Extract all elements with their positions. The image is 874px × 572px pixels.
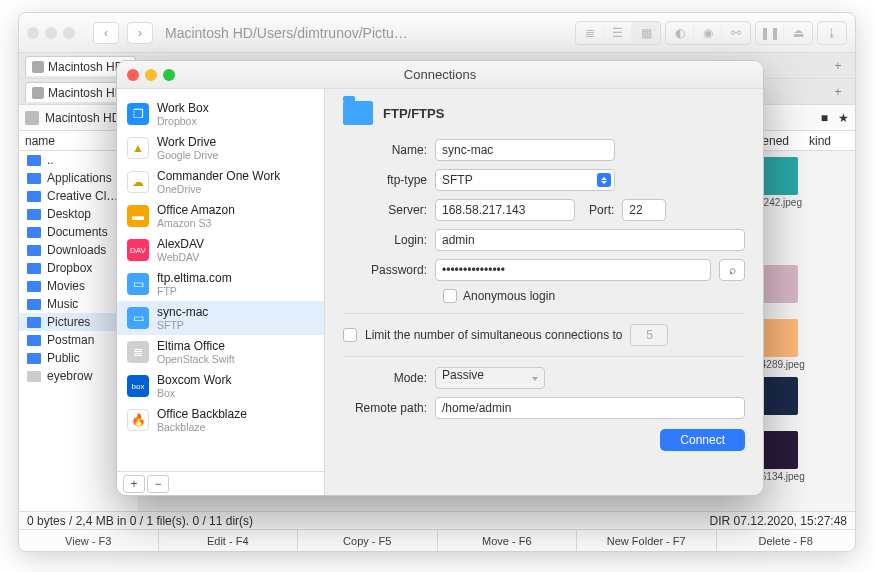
remote-path-input[interactable] xyxy=(435,397,745,419)
key-button[interactable]: ⌕ xyxy=(719,259,745,281)
connection-item[interactable]: ▭ftp.eltima.comFTP xyxy=(117,267,324,301)
disk-icon xyxy=(25,111,39,125)
view-grid-icon[interactable]: ▦ xyxy=(632,22,660,44)
connection-item[interactable]: ≣Eltima OfficeOpenStack Swift xyxy=(117,335,324,369)
folder-label: Desktop xyxy=(47,207,91,221)
folder-icon xyxy=(27,299,41,310)
connection-item[interactable]: ☁Commander One WorkOneDrive xyxy=(117,165,324,199)
folder-label: Movies xyxy=(47,279,85,293)
connection-icon: ▭ xyxy=(127,307,149,329)
connection-subtitle: WebDAV xyxy=(157,251,204,263)
port-input[interactable] xyxy=(622,199,666,221)
pause-icon[interactable]: ❚❚ xyxy=(756,22,784,44)
ftp-folder-icon xyxy=(343,101,373,125)
folder-icon xyxy=(27,335,41,346)
server-input[interactable] xyxy=(435,199,575,221)
nav-back-button[interactable]: ‹ xyxy=(93,22,119,44)
bg-traffic-lights[interactable] xyxy=(27,27,75,39)
connection-item[interactable]: boxBoxcom WorkBox xyxy=(117,369,324,403)
remote-label: Remote path: xyxy=(343,401,427,415)
col-toggle-icon[interactable]: ■ xyxy=(821,111,828,125)
status-left: 0 bytes / 2,4 MB in 0 / 1 file(s). 0 / 1… xyxy=(27,514,253,528)
folder-icon xyxy=(27,263,41,274)
connection-icon: 🔥 xyxy=(127,409,149,431)
folder-label: Downloads xyxy=(47,243,106,257)
status-right: DIR 07.12.2020, 15:27:48 xyxy=(710,514,847,528)
login-input[interactable] xyxy=(435,229,745,251)
view-columns-icon[interactable]: ☰ xyxy=(604,22,632,44)
folder-icon xyxy=(27,209,41,220)
toolbar-icons: ≣☰▦ ◐◉⚯ ❚❚⏏ ⭳ xyxy=(575,21,847,45)
connection-title: Eltima Office xyxy=(157,339,235,353)
fn-button[interactable]: Copy - F5 xyxy=(298,530,438,551)
limit-label: Limit the number of simultaneous connect… xyxy=(365,328,622,342)
folder-icon xyxy=(27,371,41,382)
connection-title: Office Amazon xyxy=(157,203,235,217)
folder-icon xyxy=(27,191,41,202)
password-label: Password: xyxy=(343,263,427,277)
ftptype-select[interactable]: SFTP xyxy=(435,169,615,191)
folder-label: Music xyxy=(47,297,78,311)
add-tab-button[interactable]: + xyxy=(827,55,849,77)
remove-connection-button[interactable]: − xyxy=(147,475,169,493)
favorites-icon[interactable]: ★ xyxy=(838,111,849,125)
limit-checkbox[interactable] xyxy=(343,328,357,342)
connection-title: AlexDAV xyxy=(157,237,204,251)
mode-label: Mode: xyxy=(343,371,427,385)
connection-title: Commander One Work xyxy=(157,169,280,183)
view-list-icon[interactable]: ≣ xyxy=(576,22,604,44)
connection-item[interactable]: DAVAlexDAVWebDAV xyxy=(117,233,324,267)
ftptype-label: ftp-type xyxy=(343,173,427,187)
folder-label: eyebrow xyxy=(47,369,92,383)
add-connection-button[interactable]: + xyxy=(123,475,145,493)
connection-title: Boxcom Work xyxy=(157,373,231,387)
connection-icon: DAV xyxy=(127,239,149,261)
folder-icon xyxy=(27,353,41,364)
limit-number-input[interactable] xyxy=(630,324,668,346)
connection-icon: ▭ xyxy=(127,273,149,295)
connection-item[interactable]: ❐Work BoxDropbox xyxy=(117,97,324,131)
toggle2-icon[interactable]: ◉ xyxy=(694,22,722,44)
folder-label: Dropbox xyxy=(47,261,92,275)
folder-icon xyxy=(27,245,41,256)
fn-button[interactable]: New Folder - F7 xyxy=(577,530,717,551)
nav-fwd-button[interactable]: › xyxy=(127,22,153,44)
eject-icon[interactable]: ⏏ xyxy=(784,22,812,44)
port-label: Port: xyxy=(589,203,614,217)
fn-button[interactable]: View - F3 xyxy=(19,530,159,551)
subbar-label: Macintosh HD xyxy=(45,111,120,125)
folder-label: Pictures xyxy=(47,315,90,329)
fn-button[interactable]: Delete - F8 xyxy=(717,530,856,551)
folder-label: Documents xyxy=(47,225,108,239)
add-tab-button-2[interactable]: + xyxy=(827,81,849,103)
download-icon[interactable]: ⭳ xyxy=(818,22,846,44)
connection-icon: ☁ xyxy=(127,171,149,193)
path-label: Macintosh HD/Users/dimtrunov/Pictu… xyxy=(161,25,567,41)
connection-item[interactable]: 🔥Office BackblazeBackblaze xyxy=(117,403,324,437)
connections-modal: Connections ❐Work BoxDropbox▲Work DriveG… xyxy=(116,60,764,496)
fn-button[interactable]: Edit - F4 xyxy=(159,530,299,551)
password-input[interactable] xyxy=(435,259,711,281)
connection-icon: ▬ xyxy=(127,205,149,227)
toggle3-icon[interactable]: ⚯ xyxy=(722,22,750,44)
connection-subtitle: SFTP xyxy=(157,319,208,331)
connection-item[interactable]: ▭sync-macSFTP xyxy=(117,301,324,335)
connection-title: sync-mac xyxy=(157,305,208,319)
bg-titlebar: ‹ › Macintosh HD/Users/dimtrunov/Pictu… … xyxy=(19,13,855,53)
toggle1-icon[interactable]: ◐ xyxy=(666,22,694,44)
name-input[interactable] xyxy=(435,139,615,161)
fn-button[interactable]: Move - F6 xyxy=(438,530,578,551)
connect-button[interactable]: Connect xyxy=(660,429,745,451)
connection-subtitle: Amazon S3 xyxy=(157,217,235,229)
connection-title: Office Backblaze xyxy=(157,407,247,421)
connection-subtitle: OneDrive xyxy=(157,183,280,195)
connection-item[interactable]: ▲Work DriveGoogle Drive xyxy=(117,131,324,165)
connection-item[interactable]: ▬Office AmazonAmazon S3 xyxy=(117,199,324,233)
col-kind[interactable]: kind xyxy=(809,134,849,148)
connection-subtitle: FTP xyxy=(157,285,232,297)
folder-icon xyxy=(27,317,41,328)
anon-checkbox[interactable] xyxy=(443,289,457,303)
modal-traffic-lights[interactable] xyxy=(127,69,175,81)
connection-subtitle: Dropbox xyxy=(157,115,209,127)
folder-label: Applications xyxy=(47,171,112,185)
